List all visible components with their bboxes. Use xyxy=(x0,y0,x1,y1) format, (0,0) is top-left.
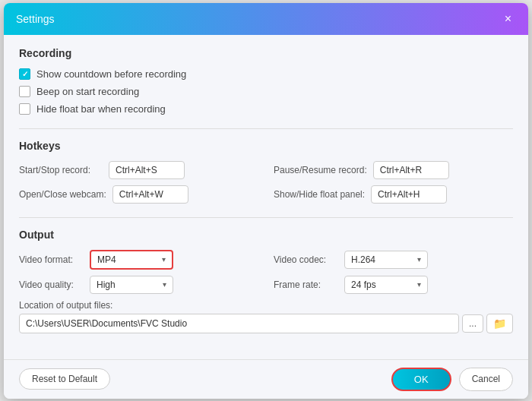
video-quality-arrow: ▾ xyxy=(163,280,166,289)
countdown-checkbox[interactable] xyxy=(19,68,30,80)
field-row-2: Video quality: High ▾ xyxy=(19,276,258,294)
hidefloat-row: Hide float bar when recording xyxy=(19,103,513,115)
frame-rate-value: 24 fps xyxy=(351,279,376,290)
field-label-3: Frame rate: xyxy=(274,279,338,290)
footer: Reset to Default OK Cancel xyxy=(4,359,528,399)
divider-2 xyxy=(19,217,513,218)
hotkey-row-1: Pause/Resume record: xyxy=(274,161,513,179)
cancel-button[interactable]: Cancel xyxy=(459,368,513,391)
countdown-row: Show countdown before recording xyxy=(19,68,513,80)
frame-rate-select[interactable]: 24 fps ▾ xyxy=(344,276,428,294)
divider-1 xyxy=(19,128,513,129)
output-title: Output xyxy=(19,229,513,241)
field-label-1: Video codec: xyxy=(274,254,338,265)
location-label: Location of output files: xyxy=(19,300,513,311)
field-label-2: Video quality: xyxy=(19,279,84,290)
recording-section: Recording Show countdown before recordin… xyxy=(19,47,513,115)
folder-open-button[interactable]: 📁 xyxy=(486,314,513,333)
footer-right: OK Cancel xyxy=(391,368,513,391)
hotkey-input-3[interactable] xyxy=(371,185,447,204)
recording-title: Recording xyxy=(19,47,513,59)
hotkey-label-3: Show/Hide float panel: xyxy=(274,189,365,200)
field-row-0: Video format: MP4 ▾ xyxy=(19,250,258,270)
close-button[interactable]: × xyxy=(500,11,516,27)
hotkey-label-0: Start/Stop record: xyxy=(19,165,103,175)
hotkey-input-1[interactable] xyxy=(373,161,449,179)
dialog-title: Settings xyxy=(16,13,55,25)
ok-button[interactable]: OK xyxy=(391,368,451,391)
hotkeys-title: Hotkeys xyxy=(19,140,513,152)
hotkey-input-2[interactable] xyxy=(112,185,188,204)
field-label-0: Video format: xyxy=(19,254,84,265)
hotkey-label-1: Pause/Resume record: xyxy=(274,165,367,175)
location-input-row: ... 📁 xyxy=(19,314,513,333)
output-grid: Video format: MP4 ▾ Video codec: H.264 ▾… xyxy=(19,250,513,294)
beep-label: Beep on start recording xyxy=(36,86,139,97)
hotkey-row-0: Start/Stop record: xyxy=(19,161,258,179)
video-quality-value: High xyxy=(97,279,116,290)
video-format-select[interactable]: MP4 ▾ xyxy=(90,250,173,270)
reset-button[interactable]: Reset to Default xyxy=(19,368,110,390)
hotkey-row-2: Open/Close webcam: xyxy=(19,185,258,204)
settings-dialog: Settings × Recording Show countdown befo… xyxy=(4,3,528,399)
output-section: Output Video format: MP4 ▾ Video codec: … xyxy=(19,229,513,333)
hotkey-label-2: Open/Close webcam: xyxy=(19,189,106,200)
hotkeys-section: Hotkeys Start/Stop record: Pause/Resume … xyxy=(19,140,513,204)
video-codec-select[interactable]: H.264 ▾ xyxy=(344,251,428,269)
location-input[interactable] xyxy=(19,314,459,333)
location-row: Location of output files: ... 📁 xyxy=(19,300,513,333)
countdown-label: Show countdown before recording xyxy=(36,68,186,80)
video-format-value: MP4 xyxy=(97,254,116,265)
title-bar: Settings × xyxy=(4,3,528,35)
hotkey-input-0[interactable] xyxy=(109,161,185,179)
dialog-content: Recording Show countdown before recordin… xyxy=(4,35,528,359)
beep-checkbox[interactable] xyxy=(19,86,30,97)
frame-rate-arrow: ▾ xyxy=(417,280,421,289)
hotkey-row-3: Show/Hide float panel: xyxy=(274,185,513,204)
video-quality-select[interactable]: High ▾ xyxy=(90,276,173,294)
video-codec-value: H.264 xyxy=(351,254,375,265)
hotkeys-grid: Start/Stop record: Pause/Resume record: … xyxy=(19,161,513,204)
beep-row: Beep on start recording xyxy=(19,86,513,97)
field-row-3: Frame rate: 24 fps ▾ xyxy=(274,276,513,294)
hidefloat-label: Hide float bar when recording xyxy=(36,103,166,115)
video-codec-arrow: ▾ xyxy=(417,255,421,264)
hidefloat-checkbox[interactable] xyxy=(19,103,30,115)
field-row-1: Video codec: H.264 ▾ xyxy=(274,250,513,270)
video-format-arrow: ▾ xyxy=(162,255,166,264)
location-browse-button[interactable]: ... xyxy=(462,314,483,333)
